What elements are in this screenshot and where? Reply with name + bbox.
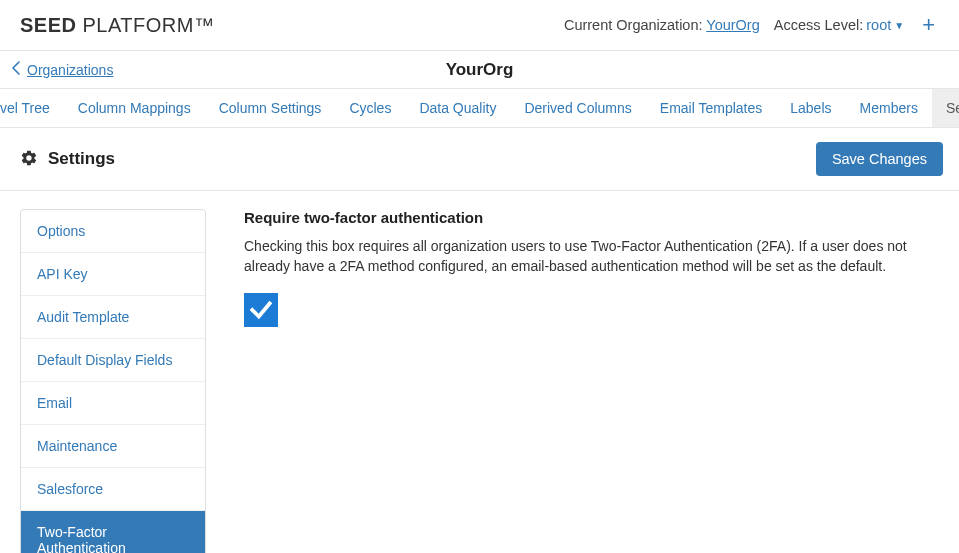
main-panel: Require two-factor authentication Checki… [244, 209, 939, 327]
tab-email-templates[interactable]: Email Templates [646, 89, 776, 127]
side-item-maintenance[interactable]: Maintenance [21, 425, 205, 468]
page-header: Settings Save Changes [0, 128, 959, 191]
side-nav: OptionsAPI KeyAudit TemplateDefault Disp… [20, 209, 206, 553]
topbar-right: Current Organization: YourOrg Access Lev… [564, 12, 939, 38]
section-heading: Require two-factor authentication [244, 209, 939, 226]
page-title: Settings [48, 149, 115, 169]
tab-cycles[interactable]: Cycles [335, 89, 405, 127]
back-organizations-link[interactable]: Organizations [12, 61, 113, 78]
tabbar: vel TreeColumn MappingsColumn SettingsCy… [0, 89, 959, 128]
section-description: Checking this box requires all organizat… [244, 236, 924, 277]
brand-rest: PLATFORM™ [76, 14, 214, 36]
tab-data-quality[interactable]: Data Quality [405, 89, 510, 127]
page-header-left: Settings [20, 149, 115, 170]
tab-column-mappings[interactable]: Column Mappings [64, 89, 205, 127]
plus-icon[interactable]: + [918, 12, 939, 38]
caret-down-icon: ▼ [894, 20, 904, 31]
content: OptionsAPI KeyAudit TemplateDefault Disp… [0, 191, 959, 553]
require-2fa-checkbox[interactable] [244, 293, 278, 327]
side-item-options[interactable]: Options [21, 210, 205, 253]
tab-column-settings[interactable]: Column Settings [205, 89, 336, 127]
tab-vel-tree[interactable]: vel Tree [0, 89, 64, 127]
subheader: Organizations YourOrg [0, 51, 959, 89]
side-item-email[interactable]: Email [21, 382, 205, 425]
current-org: Current Organization: YourOrg [564, 17, 760, 33]
access-level-value: root [866, 17, 891, 33]
side-item-default-display-fields[interactable]: Default Display Fields [21, 339, 205, 382]
current-org-label: Current Organization: [564, 17, 706, 33]
tab-members[interactable]: Members [846, 89, 932, 127]
brand-bold: SEED [20, 14, 76, 36]
side-item-api-key[interactable]: API Key [21, 253, 205, 296]
brand: SEED PLATFORM™ [20, 14, 214, 37]
save-changes-button[interactable]: Save Changes [816, 142, 943, 176]
tab-derived-columns[interactable]: Derived Columns [510, 89, 645, 127]
subheader-title: YourOrg [446, 60, 514, 80]
side-item-audit-template[interactable]: Audit Template [21, 296, 205, 339]
current-org-link[interactable]: YourOrg [706, 17, 759, 33]
chevron-left-icon [12, 61, 21, 78]
tab-labels[interactable]: Labels [776, 89, 845, 127]
access-level-label: Access Level: [774, 17, 863, 33]
gears-icon [20, 149, 38, 170]
side-item-two-factor-authentication[interactable]: Two-Factor Authentication [21, 511, 205, 553]
side-item-salesforce[interactable]: Salesforce [21, 468, 205, 511]
back-label: Organizations [27, 62, 113, 78]
topbar: SEED PLATFORM™ Current Organization: You… [0, 0, 959, 51]
access-level-dropdown[interactable]: Access Level: root ▼ [774, 17, 904, 33]
tab-settings[interactable]: Settings [932, 89, 959, 127]
check-icon [248, 297, 274, 323]
